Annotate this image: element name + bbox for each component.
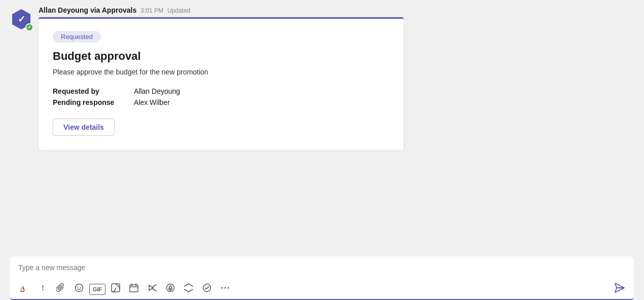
exclamation-icon[interactable]: ! — [34, 280, 51, 296]
card-description: Please approve the budget for the new pr… — [53, 68, 389, 76]
more-options-icon[interactable] — [217, 280, 233, 296]
requested-by-label: Requested by — [53, 87, 134, 95]
toolbar: A ! GIF — [10, 277, 634, 299]
svg-rect-18 — [169, 286, 171, 289]
svg-point-7 — [80, 287, 81, 288]
message-header: Allan Deyoung via Approvals 3:01 PM Upda… — [39, 6, 404, 14]
message-input-wrapper: A ! GIF — [10, 256, 634, 300]
sticker-icon[interactable] — [108, 280, 124, 296]
svg-point-6 — [78, 287, 79, 288]
more-apps-icon[interactable] — [181, 280, 197, 296]
format-text-icon[interactable]: A — [16, 280, 32, 296]
avatar-area: ✓ — [10, 6, 32, 30]
message-time: 3:01 PM — [140, 7, 163, 14]
send-meet-icon[interactable] — [144, 280, 160, 296]
card-details: Requested by Allan Deyoung Pending respo… — [53, 87, 389, 106]
sender-name: Allan Deyoung via Approvals — [39, 6, 136, 14]
audio-message-icon[interactable] — [162, 280, 178, 296]
pending-response-label: Pending response — [53, 98, 134, 106]
svg-point-21 — [222, 287, 223, 289]
view-details-button[interactable]: View details — [53, 119, 115, 136]
svg-marker-13 — [149, 285, 153, 290]
pending-response-value: Alex Wilber — [134, 98, 389, 106]
avatar: ✓ — [10, 8, 32, 30]
tasks-icon[interactable] — [199, 280, 215, 296]
main-area: ✓ Allan Deyoung via Approvals 3:01 PM Up… — [0, 0, 644, 256]
bottom-area: A ! GIF — [0, 256, 644, 300]
message-container: Allan Deyoung via Approvals 3:01 PM Upda… — [39, 6, 404, 150]
svg-point-20 — [203, 284, 211, 292]
send-button[interactable] — [612, 280, 628, 296]
svg-point-5 — [76, 284, 83, 292]
svg-line-15 — [153, 289, 156, 291]
svg-text:A: A — [20, 284, 25, 292]
status-badge: Requested — [53, 31, 101, 43]
emoji-icon[interactable] — [71, 280, 87, 296]
svg-point-23 — [228, 287, 229, 289]
card-title: Budget approval — [53, 50, 389, 63]
svg-rect-9 — [130, 285, 138, 292]
svg-point-22 — [225, 287, 226, 289]
online-status-icon — [25, 23, 33, 31]
svg-text:!: ! — [42, 284, 44, 292]
svg-line-14 — [153, 285, 156, 286]
approval-card: Requested Budget approval Please approve… — [39, 17, 404, 150]
message-input[interactable] — [10, 256, 634, 277]
attach-icon[interactable] — [53, 280, 69, 296]
svg-text:✓: ✓ — [18, 14, 25, 24]
requested-by-value: Allan Deyoung — [134, 87, 389, 95]
schedule-meeting-icon[interactable] — [126, 280, 142, 296]
gif-icon[interactable]: GIF — [89, 284, 105, 295]
message-updated: Updated — [167, 7, 190, 14]
